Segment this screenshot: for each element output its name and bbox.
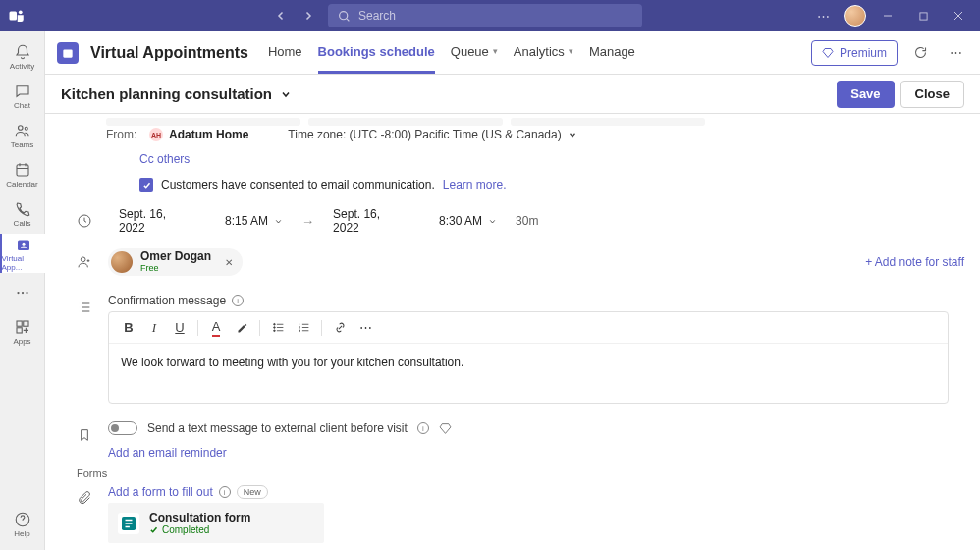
search-input[interactable] [358, 9, 632, 23]
save-button[interactable]: Save [837, 81, 894, 108]
sms-toggle[interactable] [108, 421, 137, 435]
header-more-button[interactable]: ⋯ [943, 40, 968, 66]
teams-logo-icon [8, 7, 26, 25]
chevron-down-icon [568, 130, 577, 139]
svg-point-5 [25, 127, 27, 130]
message-body-input[interactable]: We look forward to meeting with you for … [109, 344, 948, 403]
svg-point-1 [19, 10, 23, 14]
underline-button[interactable]: U [168, 316, 191, 340]
end-date-field[interactable]: Sept. 16, 2022 [322, 207, 420, 235]
tab-home[interactable]: Home [268, 32, 302, 74]
confirmation-editor: B I U A ⋯ We l [108, 311, 949, 404]
svg-point-2 [340, 11, 348, 19]
form-card[interactable]: Consultation form Completed [108, 503, 324, 543]
learn-more-link[interactable]: Learn more. [443, 178, 507, 192]
add-note-link[interactable]: + Add note for staff [865, 255, 964, 269]
search-box[interactable] [328, 4, 642, 28]
back-button[interactable] [269, 4, 293, 28]
rail-chat[interactable]: Chat [0, 77, 45, 116]
info-icon[interactable]: i [219, 486, 231, 498]
italic-button[interactable]: I [142, 316, 166, 340]
svg-rect-3 [919, 12, 926, 19]
timezone-selector[interactable]: Time zone: (UTC -8:00) Pacific Time (US … [288, 128, 576, 141]
svg-point-21 [273, 330, 275, 332]
attachment-icon [61, 485, 108, 543]
minimize-button[interactable] [874, 2, 901, 29]
organization-chip[interactable]: AH Adatum Home [149, 128, 248, 141]
diamond-icon [439, 422, 452, 435]
forward-button[interactable] [297, 4, 320, 28]
cc-others-link[interactable]: Cc others [139, 152, 190, 166]
toolbar-more-button[interactable]: ⋯ [354, 316, 377, 340]
tab-queue[interactable]: Queue▾ [451, 32, 498, 74]
svg-point-8 [22, 242, 25, 245]
user-avatar[interactable] [844, 5, 866, 27]
add-email-reminder-link[interactable]: Add an email reminder [108, 446, 227, 460]
org-avatar-icon: AH [149, 128, 163, 141]
rail-teams[interactable]: Teams [0, 116, 45, 155]
attendee-field[interactable] [106, 118, 300, 126]
rail-calls[interactable]: Calls [0, 194, 45, 234]
rail-apps[interactable]: Apps [0, 312, 45, 352]
rail-activity[interactable]: Activity [0, 37, 45, 77]
forms-section-label: Forms [61, 464, 980, 481]
app-title: Virtual Appointments [90, 44, 248, 62]
start-date-field[interactable]: Sept. 16, 2022 [108, 207, 206, 235]
tab-manage[interactable]: Manage [589, 32, 635, 74]
form-card-name: Consultation form [149, 511, 250, 524]
premium-button[interactable]: Premium [811, 40, 898, 66]
info-icon[interactable]: i [417, 422, 429, 434]
svg-point-10 [21, 292, 23, 294]
more-button[interactable]: ⋯ [809, 2, 837, 29]
numbered-list-button[interactable] [292, 316, 315, 340]
chevron-down-icon [274, 217, 283, 226]
chevron-down-icon [488, 217, 497, 226]
remove-staff-button[interactable]: ✕ [225, 257, 233, 268]
chevron-down-icon: ▾ [569, 46, 573, 56]
staff-chip: Omer Dogan Free ✕ [108, 248, 243, 276]
highlight-button[interactable] [230, 316, 253, 340]
close-window-button[interactable] [945, 2, 972, 29]
rail-calendar[interactable]: Calendar [0, 155, 45, 194]
staff-avatar [111, 251, 133, 273]
consent-text: Customers have consented to email commun… [161, 178, 435, 192]
new-badge: New [237, 485, 268, 499]
bullet-list-button[interactable] [266, 316, 290, 340]
rail-more[interactable] [0, 273, 45, 312]
attendee-field[interactable] [511, 118, 705, 126]
tab-bookings-schedule[interactable]: Bookings schedule [318, 32, 435, 74]
add-form-link[interactable]: Add a form to fill out [108, 485, 213, 499]
staff-status: Free [140, 264, 211, 274]
app-header: Virtual Appointments Home Bookings sched… [45, 31, 980, 75]
svg-point-18 [81, 257, 85, 262]
font-color-button[interactable]: A [204, 316, 228, 340]
svg-point-20 [273, 327, 275, 329]
staff-name: Omer Dogan [140, 250, 211, 263]
tab-analytics[interactable]: Analytics▾ [514, 32, 573, 74]
attendee-field[interactable] [308, 118, 503, 126]
refresh-button[interactable] [907, 40, 933, 66]
link-button[interactable] [328, 316, 352, 340]
svg-rect-16 [63, 49, 72, 57]
from-label: From: [106, 128, 139, 141]
booking-form: From: AH Adatum Home Time zone: (UTC -8:… [45, 114, 980, 550]
end-time-field[interactable]: 8:30 AM [428, 207, 508, 235]
bookmark-icon [61, 421, 108, 460]
diamond-icon [822, 47, 834, 59]
rail-virtual-appointments[interactable]: Virtual App... [0, 234, 45, 273]
svg-rect-12 [17, 321, 22, 326]
chevron-down-icon [280, 88, 292, 100]
app-rail: Activity Chat Teams Calendar Calls Virtu… [0, 31, 45, 550]
rail-help[interactable]: Help [0, 505, 45, 544]
info-icon[interactable]: i [232, 295, 244, 306]
svg-point-9 [17, 292, 19, 294]
bold-button[interactable]: B [117, 316, 140, 340]
close-button[interactable]: Close [900, 81, 964, 108]
duration-label: 30m [516, 214, 538, 228]
forms-app-icon [118, 513, 139, 534]
sms-label: Send a text message to external client b… [147, 421, 408, 435]
start-time-field[interactable]: 8:15 AM [214, 207, 294, 235]
maximize-button[interactable] [909, 2, 937, 29]
consent-checkbox[interactable] [139, 178, 153, 192]
service-type-dropdown[interactable]: Kitchen planning consultation [61, 85, 292, 102]
